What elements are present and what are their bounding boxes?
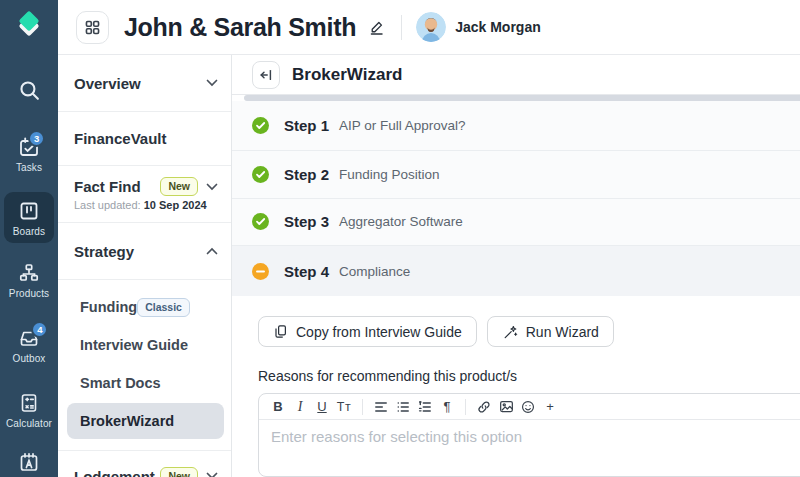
step-row-1[interactable]: Step 1 AIP or Full Approval?	[232, 101, 800, 150]
sidebar-item-fact-find[interactable]: Fact Find New Last updated: 10 Sep 2024	[58, 166, 231, 223]
sidebar-item-smart-docs[interactable]: Smart Docs	[58, 364, 231, 402]
run-wizard-button[interactable]: Run Wizard	[487, 316, 614, 347]
products-icon	[18, 262, 40, 284]
strategy-sub-list: Funding Classic Interview Guide Smart Do…	[58, 280, 231, 451]
last-updated-value: 10 Sep 2024	[144, 199, 207, 211]
sidebar-item-overview[interactable]: Overview	[58, 55, 231, 112]
sidebar-item-label: Overview	[74, 75, 141, 92]
rail-item-label: Products	[9, 288, 49, 299]
minus-circle-icon	[252, 263, 269, 280]
button-label: Run Wizard	[526, 324, 599, 340]
bold-icon[interactable]: B	[267, 396, 289, 418]
check-circle-icon	[252, 213, 269, 230]
boards-icon	[18, 200, 40, 222]
collapse-panel-button[interactable]	[252, 61, 280, 89]
last-updated-label: Last updated:	[74, 199, 141, 211]
sidebar-item-financevault[interactable]: FinanceVault	[58, 112, 231, 166]
copy-from-interview-guide-button[interactable]: Copy from Interview Guide	[258, 316, 477, 347]
rail-item-search[interactable]	[14, 74, 45, 107]
rail-item-label: Boards	[13, 226, 45, 237]
link-icon[interactable]	[473, 396, 495, 418]
sidebar-item-label: Strategy	[74, 243, 134, 260]
sidebar-item-interview-guide[interactable]: Interview Guide	[58, 326, 231, 364]
editor-input[interactable]: Enter reasons for selecting this option	[259, 420, 800, 476]
client-title: John & Sarah Smith	[124, 13, 356, 42]
add-icon[interactable]: +	[539, 396, 561, 418]
rail-item-products[interactable]: Products	[5, 257, 53, 304]
magic-wand-icon	[502, 324, 518, 340]
new-badge: New	[160, 177, 198, 196]
logo-diamonds-icon	[10, 10, 48, 44]
new-badge: New	[160, 467, 198, 477]
align-left-icon[interactable]	[370, 396, 392, 418]
sidebar-item-label: Funding	[80, 299, 137, 315]
bullet-list-icon[interactable]	[392, 396, 414, 418]
sidebar-item-label: Smart Docs	[80, 375, 161, 391]
step-row-3[interactable]: Step 3 Aggregator Software	[232, 198, 800, 246]
step-description: Aggregator Software	[339, 214, 463, 229]
sidebar-item-lodgement[interactable]: Lodgement New	[58, 451, 231, 477]
search-icon	[18, 79, 41, 102]
main-panel: BrokerWizard Step 1 AIP or Full Approval…	[232, 55, 800, 477]
step-label: Step 1	[284, 117, 329, 134]
app-logo[interactable]	[10, 0, 48, 52]
collapse-left-icon	[258, 67, 274, 83]
image-icon[interactable]	[495, 396, 517, 418]
tasks-count-badge: 3	[28, 130, 45, 147]
numbered-list-icon[interactable]	[414, 396, 436, 418]
sidebar-item-brokerwizard[interactable]: BrokerWizard	[67, 403, 224, 439]
button-label: Copy from Interview Guide	[296, 324, 462, 340]
rail-item-outbox[interactable]: 4 Outbox	[9, 322, 50, 369]
dashboard-grid-button[interactable]	[76, 11, 109, 44]
chevron-down-icon	[206, 472, 218, 477]
rich-text-editor: B I U Tᴛ ¶	[258, 393, 800, 477]
outbox-count-badge: 4	[31, 321, 48, 338]
step-content: Copy from Interview Guide Run Wizard Rea…	[232, 296, 800, 477]
sidebar-item-funding[interactable]: Funding Classic	[58, 288, 231, 326]
calendar-a-icon	[18, 451, 40, 473]
step-description: Funding Position	[339, 167, 440, 182]
avatar-image	[416, 12, 446, 42]
chevron-up-icon	[206, 247, 218, 255]
panel-header: BrokerWizard	[232, 55, 800, 95]
edit-title-button[interactable]	[368, 19, 385, 36]
rail-item-templates[interactable]	[14, 446, 44, 477]
avatar	[416, 12, 446, 42]
toolbar-separator	[465, 399, 466, 415]
chevron-down-icon	[206, 79, 218, 87]
underline-icon[interactable]: U	[311, 396, 333, 418]
italic-icon[interactable]: I	[289, 396, 311, 418]
sidebar-item-label: Interview Guide	[80, 337, 188, 353]
step-row-2[interactable]: Step 2 Funding Position	[232, 150, 800, 198]
user-menu[interactable]: Jack Morgan	[416, 12, 541, 42]
check-circle-icon	[252, 166, 269, 183]
sidebar-item-strategy[interactable]: Strategy	[58, 223, 231, 280]
step-description: AIP or Full Approval?	[339, 118, 466, 133]
step-label: Step 4	[284, 263, 329, 280]
sidebar-item-label: BrokerWizard	[80, 413, 174, 429]
grid-icon	[83, 18, 102, 37]
rail-item-tasks[interactable]: 3 Tasks	[12, 131, 46, 178]
reasons-label: Reasons for recommending this product/s	[258, 368, 800, 384]
text-size-icon[interactable]: Tᴛ	[333, 396, 355, 418]
client-sidebar: Overview FinanceVault Fact Find New Last…	[58, 55, 232, 477]
emoji-icon[interactable]	[517, 396, 539, 418]
paragraph-icon[interactable]: ¶	[436, 396, 458, 418]
step-row-4[interactable]: Step 4 Compliance	[232, 245, 800, 296]
top-header: John & Sarah Smith Jack Morgan	[58, 0, 800, 55]
rail-item-label: Tasks	[16, 162, 42, 173]
icon-rail: 3 Tasks Boards Products 4 Outbox	[0, 0, 58, 477]
rail-item-boards[interactable]: Boards	[4, 192, 54, 243]
rail-item-calculator[interactable]: Calculator	[2, 387, 56, 434]
step-description: Compliance	[339, 264, 410, 279]
pencil-icon	[368, 19, 385, 36]
rail-item-label: Outbox	[13, 353, 46, 364]
sidebar-item-label: FinanceVault	[74, 130, 167, 147]
user-name: Jack Morgan	[455, 19, 541, 35]
check-circle-icon	[252, 117, 269, 134]
rail-item-label: Calculator	[6, 418, 52, 429]
sidebar-item-label: Fact Find	[74, 178, 141, 195]
chevron-down-icon	[206, 183, 218, 191]
header-divider	[401, 15, 402, 40]
sidebar-item-label: Lodgement	[74, 468, 155, 477]
